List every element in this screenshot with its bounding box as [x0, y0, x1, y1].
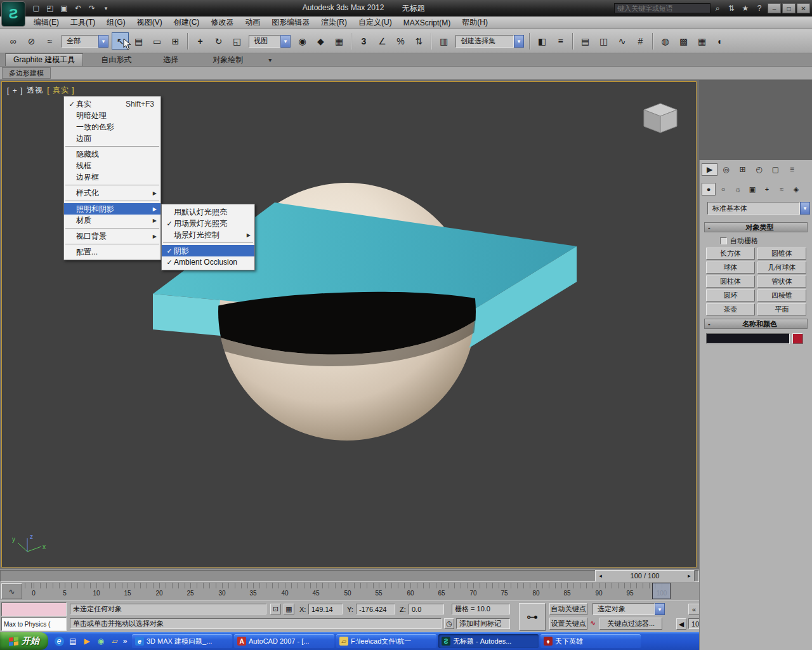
unlink-selection-icon[interactable]: ⊘ — [23, 32, 40, 50]
undo-icon[interactable]: ↶ — [71, 2, 85, 15]
quicklaunch-overflow-icon[interactable]: » — [122, 635, 128, 647]
new-file-icon[interactable]: ▢ — [29, 2, 43, 15]
add-time-tag-field[interactable]: 添加时间标记 — [456, 618, 510, 629]
edit-named-selection-sets-icon[interactable]: ▥ — [435, 32, 452, 50]
tab-object-paint[interactable]: 对象绘制 — [205, 53, 251, 66]
spinner-snap-icon[interactable]: ⇅ — [410, 32, 428, 50]
time-slider-handle[interactable]: ◂ 100 / 100 ▸ — [595, 570, 695, 581]
menu-item-wireframe[interactable]: 线框 — [64, 160, 160, 171]
render-setup-icon[interactable]: ▩ — [675, 32, 692, 50]
search-icon[interactable]: ⌕ — [710, 2, 724, 15]
quicklaunch-ie-icon[interactable]: e — [53, 635, 65, 647]
selection-filter-dropdown[interactable]: 全部 ▾ — [62, 35, 108, 48]
key-mode-arrow-icon[interactable]: ▾ — [655, 603, 665, 615]
schematic-view-icon[interactable]: # — [632, 32, 649, 50]
menu-item-shaded[interactable]: 明暗处理 — [64, 110, 160, 121]
menu-animation[interactable]: 动画 — [239, 17, 266, 29]
menu-item-configure[interactable]: 配置... — [64, 246, 160, 258]
previous-key-icon[interactable]: ◀ — [676, 618, 686, 630]
category-cameras-icon[interactable]: ▣ — [745, 183, 759, 196]
select-and-rotate-icon[interactable]: ↻ — [210, 32, 227, 50]
quick-access-dropdown-icon[interactable]: ▾ — [99, 2, 113, 15]
search-input[interactable] — [614, 3, 710, 13]
menu-create[interactable]: 创建(C) — [168, 17, 206, 29]
menu-item-lighting-shadows[interactable]: 照明和阴影▶ — [64, 203, 160, 215]
start-button[interactable]: 开始 — [0, 632, 48, 650]
object-name-field[interactable] — [706, 333, 790, 344]
bind-to-space-warp-icon[interactable]: ≈ — [41, 32, 58, 50]
object-color-swatch[interactable] — [792, 333, 803, 344]
quicklaunch-messenger-icon[interactable]: ◉ — [95, 635, 107, 647]
tab-utilities[interactable]: ≡ — [784, 163, 800, 176]
named-selection-sets-arrow-icon[interactable]: ▾ — [514, 35, 524, 48]
object-button-teapot[interactable]: 茶壶 — [706, 303, 755, 315]
category-shapes-icon[interactable]: ○ — [716, 183, 730, 196]
open-file-icon[interactable]: ◰ — [43, 2, 57, 15]
keyboard-shortcut-override-icon[interactable]: ▦ — [331, 32, 348, 50]
submenu-item-scene-light-control[interactable]: 场景灯光控制▶ — [162, 229, 254, 241]
object-button-plane[interactable]: 平面 — [757, 303, 806, 315]
mini-curve-editor-button[interactable]: ∿ — [1, 583, 22, 599]
material-editor-icon[interactable]: ◍ — [657, 32, 674, 50]
submenu-item-ambient-occlusion[interactable]: ✓Ambient Occlusion — [162, 256, 254, 268]
maxscript-mini-listener-pink[interactable] — [1, 602, 67, 616]
panel-polygon-modeling[interactable]: 多边形建模 — [2, 67, 51, 79]
menu-item-bounding-box[interactable]: 边界框 — [64, 171, 160, 183]
time-slider-track[interactable] — [0, 570, 699, 582]
rollout-name-color[interactable]: - 名称和颜色 — [704, 319, 808, 329]
quicklaunch-show-desktop-icon[interactable]: ▤ — [67, 635, 79, 647]
menu-views[interactable]: 视图(V) — [131, 17, 168, 29]
object-button-sphere[interactable]: 球体 — [706, 262, 755, 274]
redo-icon[interactable]: ↷ — [85, 2, 99, 15]
object-category-arrow-icon[interactable]: ▾ — [800, 202, 810, 215]
tab-create[interactable]: ▶ — [702, 163, 717, 176]
rectangular-selection-region-icon[interactable]: ▭ — [148, 32, 166, 50]
menu-item-materials[interactable]: 材质▶ — [64, 215, 160, 226]
favorites-icon[interactable]: ★ — [738, 2, 752, 15]
time-slider-prev-icon[interactable]: ◂ — [596, 571, 605, 581]
taskbar-task-3dsmax[interactable]: Ƨ 无标题 - Autodes... — [438, 634, 539, 648]
submenu-item-default-lights[interactable]: 用默认灯光照亮 — [162, 206, 254, 218]
object-button-cylinder[interactable]: 圆柱体 — [706, 275, 755, 288]
use-pivot-point-icon[interactable]: ◉ — [294, 32, 311, 50]
rendered-frame-window-icon[interactable]: ▦ — [693, 32, 710, 50]
layer-manager-icon[interactable]: ▤ — [577, 32, 594, 50]
category-spacewarps-icon[interactable]: ≈ — [775, 183, 789, 196]
save-file-icon[interactable]: ▣ — [57, 2, 71, 15]
communication-center-icon[interactable]: ⇅ — [724, 2, 738, 15]
viewport-menu-pov[interactable]: 透视 — [27, 85, 43, 96]
key-mode-dropdown[interactable]: 选定对象 ▾ — [593, 603, 665, 615]
viewport-menu-shading[interactable]: [ 真实 ] — [47, 85, 74, 96]
minimize-button[interactable]: – — [768, 3, 781, 13]
tab-motion[interactable]: ◴ — [751, 163, 767, 176]
taskbar-task-browser[interactable]: e 3D MAX 建模问题_... — [132, 634, 232, 648]
ribbon-minimize-icon[interactable]: ▾ — [268, 56, 272, 63]
tab-freeform[interactable]: 自由形式 — [93, 53, 139, 66]
key-filters-button[interactable]: 关键点过滤器... — [599, 618, 662, 630]
x-coordinate-field[interactable]: 149.14 — [308, 604, 343, 614]
time-slider-next-icon[interactable]: ▸ — [684, 571, 694, 581]
category-systems-icon[interactable]: ◈ — [789, 183, 803, 196]
keyboard-shortcut-key-button[interactable]: ⊶ — [519, 603, 546, 631]
category-lights-icon[interactable]: ☼ — [731, 183, 745, 196]
rollout-object-type[interactable]: - 对象类型 — [704, 222, 808, 232]
quicklaunch-media-player-icon[interactable]: ▶ — [81, 635, 93, 647]
select-and-scale-icon[interactable]: ◱ — [228, 32, 246, 50]
reference-coordinate-arrow-icon[interactable]: ▾ — [280, 35, 291, 48]
menu-group[interactable]: 组(G) — [101, 17, 131, 29]
menu-item-realistic[interactable]: ✓ 真实 Shift+F3 — [64, 98, 160, 110]
object-button-torus[interactable]: 圆环 — [706, 289, 755, 302]
maxscript-mini-listener-white[interactable]: Max to Physics ( — [1, 617, 67, 631]
menu-item-hidden-line[interactable]: 隐藏线 — [64, 149, 160, 160]
object-button-pyramid[interactable]: 四棱锥 — [757, 289, 806, 302]
reference-coordinate-dropdown[interactable]: 视图 ▾ — [249, 35, 291, 48]
select-and-manipulate-icon[interactable]: ◆ — [312, 32, 329, 50]
close-button[interactable]: ✕ — [797, 3, 810, 13]
maximize-button[interactable]: □ — [782, 3, 796, 13]
select-and-move-icon[interactable]: + — [192, 32, 209, 50]
taskbar-task-game[interactable]: ♦ 天下英雄 — [540, 634, 641, 648]
tab-graphite-modeling[interactable]: Graphite 建模工具 — [5, 53, 83, 66]
object-button-box[interactable]: 长方体 — [706, 248, 755, 260]
tab-hierarchy[interactable]: ⊞ — [735, 163, 750, 176]
object-button-cone[interactable]: 圆锥体 — [757, 248, 806, 260]
